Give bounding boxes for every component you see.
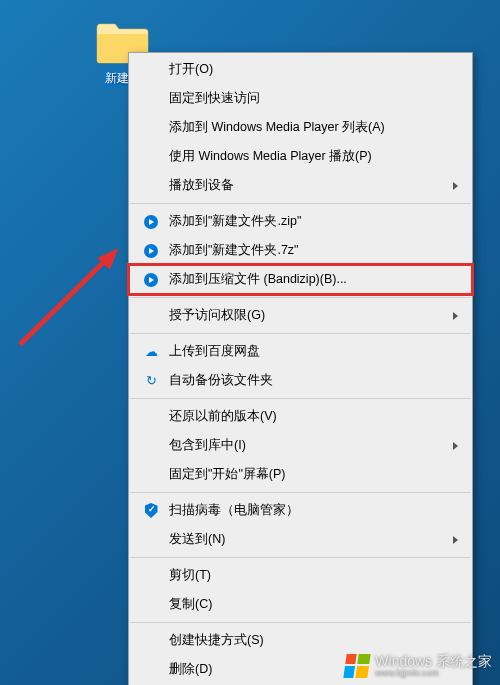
menu-auto-backup[interactable]: ↻ 自动备份该文件夹 <box>129 366 472 395</box>
svg-marker-1 <box>97 248 118 269</box>
menu-label: 打开(O) <box>161 61 462 78</box>
bandizip-icon <box>141 243 161 259</box>
menu-cast-to-device[interactable]: 播放到设备 <box>129 171 472 200</box>
menu-label: 添加到 Windows Media Player 列表(A) <box>161 119 462 136</box>
menu-separator <box>130 333 471 334</box>
menu-label: 添加到压缩文件 (Bandizip)(B)... <box>161 271 462 288</box>
menu-label: 添加到"新建文件夹.zip" <box>161 213 462 230</box>
menu-separator <box>130 492 471 493</box>
menu-cut[interactable]: 剪切(T) <box>129 561 472 590</box>
menu-label: 播放到设备 <box>161 177 453 194</box>
menu-separator <box>130 622 471 623</box>
menu-previous-versions[interactable]: 还原以前的版本(V) <box>129 402 472 431</box>
menu-baidu-upload[interactable]: ☁ 上传到百度网盘 <box>129 337 472 366</box>
menu-separator <box>130 557 471 558</box>
menu-add-bandizip[interactable]: 添加到压缩文件 (Bandizip)(B)... <box>129 265 472 294</box>
cloud-upload-icon: ☁ <box>141 344 161 360</box>
chevron-right-icon <box>453 442 458 450</box>
svg-line-0 <box>20 257 109 345</box>
watermark-title: Windows 系统之家 <box>375 654 492 669</box>
menu-label: 固定到快速访问 <box>161 90 462 107</box>
menu-label: 剪切(T) <box>161 567 462 584</box>
menu-add-zip[interactable]: 添加到"新建文件夹.zip" <box>129 207 472 236</box>
chevron-right-icon <box>453 536 458 544</box>
menu-add-7z[interactable]: 添加到"新建文件夹.7z" <box>129 236 472 265</box>
menu-label: 扫描病毒（电脑管家） <box>161 502 462 519</box>
menu-send-to[interactable]: 发送到(N) <box>129 525 472 554</box>
menu-grant-access[interactable]: 授予访问权限(G) <box>129 301 472 330</box>
menu-play-wmp[interactable]: 使用 Windows Media Player 播放(P) <box>129 142 472 171</box>
menu-separator <box>130 398 471 399</box>
menu-open[interactable]: 打开(O) <box>129 55 472 84</box>
menu-label: 固定到"开始"屏幕(P) <box>161 466 462 483</box>
menu-label: 自动备份该文件夹 <box>161 372 462 389</box>
menu-pin-to-start[interactable]: 固定到"开始"屏幕(P) <box>129 460 472 489</box>
menu-label: 发送到(N) <box>161 531 453 548</box>
menu-separator <box>130 297 471 298</box>
bandizip-icon <box>141 272 161 288</box>
menu-include-in-library[interactable]: 包含到库中(I) <box>129 431 472 460</box>
menu-separator <box>130 203 471 204</box>
menu-label: 添加到"新建文件夹.7z" <box>161 242 462 259</box>
watermark-url: www.bjjmlv.com <box>375 669 492 679</box>
menu-label: 包含到库中(I) <box>161 437 453 454</box>
bandizip-icon <box>141 214 161 230</box>
menu-add-wmp-list[interactable]: 添加到 Windows Media Player 列表(A) <box>129 113 472 142</box>
menu-label: 授予访问权限(G) <box>161 307 453 324</box>
chevron-right-icon <box>453 182 458 190</box>
menu-create-shortcut[interactable]: 创建快捷方式(S) <box>129 626 472 655</box>
watermark: Windows 系统之家 www.bjjmlv.com <box>345 654 492 679</box>
refresh-icon: ↻ <box>141 373 161 389</box>
menu-scan-virus[interactable]: ✓ 扫描病毒（电脑管家） <box>129 496 472 525</box>
menu-label: 还原以前的版本(V) <box>161 408 462 425</box>
menu-label: 复制(C) <box>161 596 462 613</box>
context-menu: 打开(O) 固定到快速访问 添加到 Windows Media Player 列… <box>128 52 473 685</box>
menu-label: 上传到百度网盘 <box>161 343 462 360</box>
menu-label: 使用 Windows Media Player 播放(P) <box>161 148 462 165</box>
chevron-right-icon <box>453 312 458 320</box>
menu-pin-quick-access[interactable]: 固定到快速访问 <box>129 84 472 113</box>
shield-icon: ✓ <box>141 503 161 519</box>
windows-logo-icon <box>344 654 371 678</box>
menu-label: 创建快捷方式(S) <box>161 632 462 649</box>
menu-copy[interactable]: 复制(C) <box>129 590 472 619</box>
